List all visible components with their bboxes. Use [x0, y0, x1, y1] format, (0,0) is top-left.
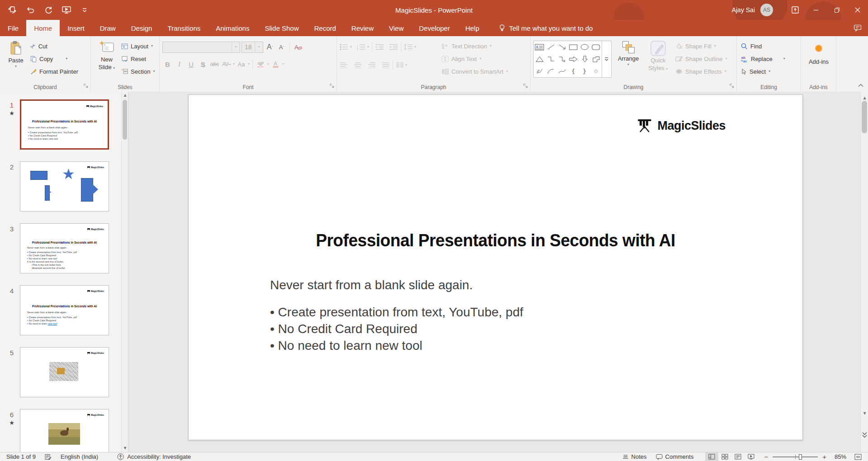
slide-thumbnail-6[interactable]: MagicSlides — [20, 409, 109, 452]
font-name-combobox[interactable]: ▾ — [162, 42, 240, 53]
line-spacing-icon[interactable] — [404, 44, 413, 50]
clear-formatting-button[interactable]: A — [293, 42, 303, 52]
justify-icon[interactable] — [382, 62, 390, 68]
scroll-down-button[interactable]: ▼ — [861, 408, 868, 416]
collapse-ribbon-button[interactable] — [858, 81, 863, 89]
strikethrough-button[interactable]: abc — [209, 59, 220, 70]
shape-triangle[interactable] — [534, 53, 545, 66]
tell-me-box[interactable]: Tell me what you want to do — [499, 20, 593, 36]
align-left-icon[interactable] — [340, 62, 348, 68]
arrange-button[interactable]: Arrange ▾ — [614, 39, 642, 83]
slide-canvas[interactable]: MagicSlides Professional Presentations i… — [188, 94, 803, 440]
notes-button[interactable]: Notes — [618, 452, 651, 461]
editor-scrollbar[interactable]: ▲ ▼ — [860, 92, 868, 452]
shape-right-brace[interactable]: } — [579, 65, 590, 77]
scroll-down-button[interactable]: ▼ — [122, 445, 128, 452]
zoom-handle[interactable] — [799, 454, 802, 460]
shape-arc[interactable] — [545, 65, 556, 77]
align-right-icon[interactable] — [368, 62, 376, 68]
numbering-icon[interactable]: 123 — [357, 44, 366, 50]
normal-view-button[interactable] — [705, 452, 718, 461]
shape-effects-button[interactable]: Shape Effects ▾ — [674, 66, 728, 77]
slide-title[interactable]: Professional Presentations in Seconds wi… — [204, 230, 787, 250]
tab-design[interactable]: Design — [123, 20, 160, 36]
shape-down-arrow[interactable] — [579, 53, 590, 66]
zoom-percent[interactable]: 85% — [831, 452, 850, 461]
layout-button[interactable]: Layout ▾ — [120, 40, 156, 52]
thumbnail-scrollbar[interactable]: ▲ ▼ — [121, 92, 128, 452]
new-slide-button[interactable]: New Slide ▾ — [94, 39, 120, 83]
quick-styles-button[interactable]: Quick Styles ▾ — [645, 39, 671, 83]
shape-rectangle[interactable] — [568, 41, 579, 53]
shape-scribble[interactable] — [534, 65, 545, 77]
customize-qat-button[interactable] — [80, 5, 90, 15]
increase-font-size-button[interactable]: Aˆ — [265, 42, 275, 52]
clipboard-dialog-launcher[interactable] — [84, 82, 88, 90]
italic-button[interactable]: I — [174, 59, 185, 70]
font-size-combobox[interactable]: 18 ▾ — [242, 42, 263, 53]
align-center-icon[interactable] — [354, 62, 362, 68]
spell-check-button[interactable] — [40, 452, 56, 461]
format-painter-button[interactable]: Format Painter — [29, 66, 80, 77]
start-slideshow-button[interactable] — [62, 5, 71, 15]
minimize-button[interactable] — [806, 0, 826, 20]
copy-button[interactable]: Copy ▾ — [29, 53, 80, 65]
tab-slide-show[interactable]: Slide Show — [257, 20, 306, 36]
shape-fill-button[interactable]: Shape Fill ▾ — [674, 40, 728, 52]
slide-counter[interactable]: Slide 1 of 9 — [0, 452, 40, 461]
tab-file[interactable]: File — [0, 20, 26, 36]
reading-view-button[interactable] — [731, 452, 745, 461]
text-direction-button[interactable]: A Text Direction ▾ — [440, 40, 509, 52]
zoom-out-button[interactable]: − — [758, 452, 770, 461]
decrease-font-size-button[interactable]: Aˇ — [276, 42, 287, 52]
zoom-slider[interactable] — [773, 452, 818, 461]
paragraph-dialog-launcher[interactable] — [523, 82, 528, 90]
tab-transitions[interactable]: Transitions — [160, 20, 208, 36]
shape-text-box[interactable]: A — [534, 41, 545, 53]
shape-oval[interactable] — [579, 41, 590, 53]
scrollbar-thumb[interactable] — [123, 100, 127, 140]
tab-help[interactable]: Help — [458, 20, 487, 36]
avatar[interactable]: AS — [760, 4, 773, 16]
decrease-indent-icon[interactable] — [375, 44, 384, 50]
section-button[interactable]: Section ▾ — [120, 66, 156, 77]
user-name[interactable]: Ajay Sai — [732, 6, 755, 14]
font-color-button[interactable]: A — [270, 59, 281, 70]
slide-bullets[interactable]: • Create presentation from text, YouTube… — [270, 304, 523, 354]
shape-corner[interactable] — [590, 53, 602, 66]
underline-button[interactable]: U — [186, 59, 196, 70]
undo-button[interactable] — [25, 5, 35, 15]
slide-subtitle[interactable]: Never start from a blank slide again. — [270, 278, 473, 292]
previous-slide-button[interactable] — [861, 418, 868, 426]
align-text-button[interactable]: Align Text ▾ — [440, 53, 509, 65]
ribbon-display-options-button[interactable] — [785, 0, 806, 20]
drawing-dialog-launcher[interactable] — [730, 82, 734, 90]
fit-slide-button[interactable] — [850, 452, 868, 461]
slideshow-view-button[interactable] — [745, 452, 758, 461]
shape-line[interactable] — [545, 41, 556, 53]
shape-elbow-connector[interactable] — [545, 53, 556, 66]
shape-elbow-arrow-connector[interactable] — [556, 53, 568, 66]
shape-curve[interactable] — [556, 65, 568, 77]
tab-home[interactable]: Home — [26, 20, 60, 36]
shapes-more-button[interactable] — [602, 41, 612, 78]
save-button[interactable] — [7, 5, 17, 15]
font-dialog-launcher[interactable] — [330, 82, 334, 90]
bullets-icon[interactable] — [340, 44, 349, 50]
tab-review[interactable]: Review — [344, 20, 381, 36]
next-slide-button[interactable] — [861, 432, 868, 440]
character-spacing-button[interactable]: AV↔ — [221, 59, 232, 70]
slide-thumbnail-5[interactable]: MagicSlides — [20, 347, 109, 397]
cut-button[interactable]: ✂ Cut — [29, 40, 80, 52]
replace-button[interactable]: abac Replace ▾ — [740, 53, 799, 65]
text-shadow-button[interactable]: S — [198, 59, 208, 70]
language-selector[interactable]: English (India) — [56, 452, 103, 461]
find-button[interactable]: Find — [740, 40, 799, 52]
zoom-in-button[interactable]: + — [821, 452, 831, 461]
addins-button[interactable]: Add-ins — [804, 39, 834, 65]
shape-outline-button[interactable]: Shape Outline ▾ — [674, 53, 728, 65]
text-highlight-button[interactable]: ab — [256, 59, 266, 70]
slide-thumbnail-2[interactable]: MagicSlides ★ — [20, 161, 109, 212]
reset-button[interactable]: Reset — [120, 53, 156, 65]
restore-button[interactable] — [826, 0, 847, 20]
